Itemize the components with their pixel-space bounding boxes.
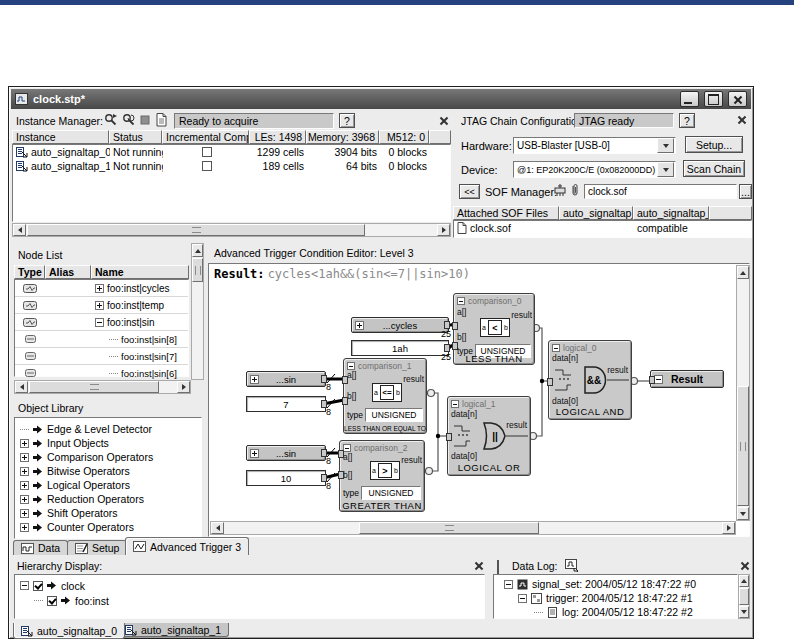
editor-v-scrollbar[interactable] [736,265,750,521]
node-row[interactable]: foo:inst|sin[7] [15,348,188,365]
connection-handle[interactable] [444,321,450,329]
scroll-thumb[interactable] [27,224,365,236]
dropdown-button[interactable] [657,162,674,177]
incremental-compile-checkbox[interactable] [202,147,212,157]
scroll-thumb[interactable] [29,381,159,393]
expand-icon[interactable] [20,523,29,532]
log-entry-trigger[interactable]: trigger: 2004/05/12 18:47:22 #1 [518,591,737,605]
device-select[interactable]: @1: EP20K200C/E (0x082000DD) [513,161,676,178]
col-status[interactable]: Status [109,130,162,144]
scroll-thumb[interactable] [192,258,203,282]
window-titlebar[interactable]: clock.stp* [11,89,751,109]
collapse-icon[interactable] [552,344,560,352]
incremental-compile-checkbox[interactable] [202,161,212,171]
clock-checkbox[interactable] [33,581,43,591]
scroll-down-button[interactable] [739,606,749,618]
tab-advanced-trigger[interactable]: Advanced Trigger 3 [125,537,249,555]
comparison-2-block[interactable]: comparison_2 a[] b[] a>b result typeUNSI… [339,440,425,512]
tab-data[interactable]: Data [13,540,68,555]
comparison-1-block[interactable]: comparison_1 a[] b[] a<=b result typeUNS… [343,358,427,434]
scroll-thumb[interactable] [739,588,749,605]
input-port[interactable] [338,471,344,479]
collapse-icon[interactable] [343,444,351,452]
constant-10[interactable]: 10 [246,470,326,486]
scroll-down-button[interactable] [737,507,749,520]
logical-1-block[interactable]: logical_1 data[n] || result data[0] LOG [447,396,531,476]
autorun-analysis-icon[interactable] [122,113,136,127]
result-output-block[interactable]: Result [650,370,724,388]
trigger-canvas[interactable]: ...cycles 1ah ...sin 7 ...sin 10 25 25 8… [210,283,738,521]
collapse-icon[interactable] [457,297,465,305]
input-port[interactable] [452,322,458,330]
table-row[interactable]: clock.sof compatible [454,221,751,235]
instance-manager-help-button[interactable]: ? [339,113,355,128]
expand-icon[interactable] [250,449,259,458]
read-data-icon[interactable] [156,113,168,127]
expand-icon[interactable] [20,453,29,462]
paperclip-icon[interactable] [570,183,580,198]
col-type[interactable]: Type [14,265,45,279]
node-row[interactable]: foo:inst|sin[8] [15,331,188,348]
scroll-left-button[interactable] [211,522,224,534]
object-library-item[interactable]: Bitwise Operators [20,464,201,478]
object-library-item[interactable]: Logical Operators [20,478,201,492]
collapse-icon[interactable] [654,375,663,384]
stop-analysis-icon[interactable] [140,115,151,126]
connection-handle[interactable] [444,344,450,352]
node-list-h-scrollbar[interactable] [14,380,191,394]
node-row[interactable]: foo:inst|cycles [15,280,188,297]
type-value[interactable]: UNSIGNED [361,486,421,500]
bottom-tab-auto-signaltap-0[interactable]: auto_signaltap_0 [13,623,125,639]
bottom-tab-auto-signaltap-1[interactable]: auto_signaltap_1 [117,623,229,637]
col-m512[interactable]: M512: 0 [379,130,429,144]
collapse-icon[interactable] [518,594,527,603]
data-log-v-scrollbar[interactable] [738,574,750,619]
type-value[interactable]: UNSIGNED [365,408,423,422]
node-row[interactable]: foo:inst|sin [15,314,188,331]
collapse-sof-button[interactable]: << [459,184,480,199]
expand-icon[interactable] [250,375,259,384]
expand-icon[interactable] [20,509,29,518]
scroll-left-button[interactable] [15,381,28,393]
instance-h-scrollbar[interactable] [12,223,451,237]
expand-icon[interactable] [95,284,104,293]
col-instance[interactable]: Instance [12,130,109,144]
minimize-button[interactable] [680,91,699,107]
input-port[interactable] [342,376,348,384]
col-name[interactable]: Name [91,265,189,279]
expand-icon[interactable] [20,439,29,448]
log-entry-log[interactable]: log: 2004/05/12 18:47:22 #2 [534,605,737,619]
collapse-icon[interactable] [95,318,104,327]
scan-chain-button[interactable]: Scan Chain [683,160,745,177]
hardware-select[interactable]: USB-Blaster [USB-0] [513,137,676,154]
maximize-button[interactable] [704,91,723,107]
scroll-right-button[interactable] [437,224,450,236]
object-library-item[interactable]: Comparison Operators [20,450,201,464]
comparison-0-block[interactable]: comparison_0 a[] b[] a<b result typeUNSI… [453,293,535,365]
col-alias[interactable]: Alias [45,265,91,279]
node-row[interactable]: foo:inst|sin[6] [15,365,188,381]
node-row[interactable]: foo:inst|temp [15,297,188,314]
node-list-v-scrollbar[interactable] [191,243,204,380]
object-library-item[interactable]: Input Objects [20,436,201,450]
expand-icon[interactable] [20,495,29,504]
sof-file-field[interactable]: clock.sof [584,184,737,199]
object-library-item[interactable]: Shift Operators [20,506,201,520]
constant-7[interactable]: 7 [246,396,326,412]
table-row[interactable]: auto_signaltap_0 Not running 1299 cells … [13,145,450,159]
setup-button[interactable]: Setup... [685,136,743,153]
col-les[interactable]: LEs: 1498 [249,130,306,144]
input-port[interactable] [649,376,655,384]
scroll-left-button[interactable] [13,224,26,236]
close-button[interactable] [728,91,747,107]
dropdown-button[interactable] [657,138,674,153]
constant-1ah[interactable]: 1ah [351,340,449,356]
input-port[interactable] [338,450,344,458]
jtag-help-button[interactable]: ? [679,113,695,128]
scroll-right-button[interactable] [177,381,190,393]
collapse-icon[interactable] [451,400,459,408]
col-tap1[interactable]: auto_signaltap_1 [633,206,709,220]
hierarchy-item-foo-inst[interactable]: foo:inst [34,593,484,608]
data-log-checkbox[interactable] [497,560,499,574]
expand-icon[interactable] [20,481,29,490]
